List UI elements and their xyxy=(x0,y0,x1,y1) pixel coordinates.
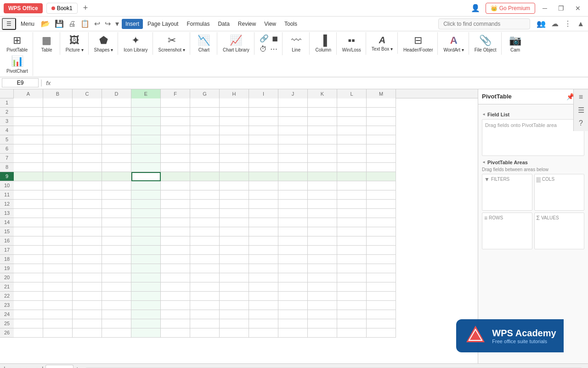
menu-insert[interactable]: Insert xyxy=(122,19,143,29)
cell-A8[interactable] xyxy=(14,163,43,172)
sheet-nav-next[interactable]: ► xyxy=(23,366,34,368)
cell-A5[interactable] xyxy=(14,135,43,144)
cell-D17[interactable] xyxy=(102,246,131,255)
cell-D3[interactable] xyxy=(102,117,131,126)
cell-K1[interactable] xyxy=(308,98,337,108)
cell-F22[interactable] xyxy=(161,292,190,301)
cell-F7[interactable] xyxy=(161,154,190,163)
cell-B15[interactable] xyxy=(43,227,73,236)
cell-J7[interactable] xyxy=(278,154,308,163)
cell-F17[interactable] xyxy=(161,246,190,255)
cell-L4[interactable] xyxy=(337,126,367,135)
cell-B4[interactable] xyxy=(43,126,73,135)
cell-F26[interactable] xyxy=(161,328,190,338)
cell-I3[interactable] xyxy=(249,117,278,126)
cell-E26[interactable] xyxy=(131,328,161,338)
menu-pagelayout[interactable]: Page Layout xyxy=(144,19,182,29)
cell-C18[interactable] xyxy=(73,255,102,264)
cell-H18[interactable] xyxy=(220,255,249,264)
cell-G2[interactable] xyxy=(190,108,220,117)
cell-E17[interactable] xyxy=(131,246,161,255)
cell-J9[interactable] xyxy=(278,172,308,181)
cell-L13[interactable] xyxy=(337,209,367,218)
sheet-nav-first[interactable]: |◄ xyxy=(2,366,14,368)
cell-L21[interactable] xyxy=(337,282,367,292)
undo-button[interactable]: ↩ xyxy=(92,18,102,29)
cell-I20[interactable] xyxy=(249,273,278,282)
cell-F18[interactable] xyxy=(161,255,190,264)
cell-B10[interactable] xyxy=(43,181,73,190)
cloud-button[interactable]: ☁ xyxy=(549,18,560,29)
cell-B6[interactable] xyxy=(43,144,73,154)
cell-M21[interactable] xyxy=(367,282,396,292)
cell-K7[interactable] xyxy=(308,154,337,163)
cell-M6[interactable] xyxy=(367,144,396,154)
sidebar-help-button[interactable]: ? xyxy=(577,117,585,129)
cell-B9[interactable] xyxy=(43,172,73,181)
cell-M8[interactable] xyxy=(367,163,396,172)
grid-area[interactable] xyxy=(14,98,478,363)
cell-G9[interactable] xyxy=(190,172,220,181)
cell-E14[interactable] xyxy=(131,218,161,227)
cell-M17[interactable] xyxy=(367,246,396,255)
cell-G4[interactable] xyxy=(190,126,220,135)
cell-I2[interactable] xyxy=(249,108,278,117)
cell-J15[interactable] xyxy=(278,227,308,236)
cell-M7[interactable] xyxy=(367,154,396,163)
cell-J16[interactable] xyxy=(278,236,308,246)
table-button[interactable]: ▦ Table xyxy=(37,33,57,54)
cell-D5[interactable] xyxy=(102,135,131,144)
cell-D8[interactable] xyxy=(102,163,131,172)
cell-G22[interactable] xyxy=(190,292,220,301)
cell-A22[interactable] xyxy=(14,292,43,301)
cell-K11[interactable] xyxy=(308,190,337,200)
cell-H20[interactable] xyxy=(220,273,249,282)
cell-L18[interactable] xyxy=(337,255,367,264)
cell-C3[interactable] xyxy=(73,117,102,126)
cell-K2[interactable] xyxy=(308,108,337,117)
cell-B16[interactable] xyxy=(43,236,73,246)
cell-M2[interactable] xyxy=(367,108,396,117)
cell-K8[interactable] xyxy=(308,163,337,172)
cell-F14[interactable] xyxy=(161,218,190,227)
cell-L24[interactable] xyxy=(337,310,367,319)
cell-H7[interactable] xyxy=(220,154,249,163)
cell-A24[interactable] xyxy=(14,310,43,319)
winloss-button[interactable]: ▪▪ Win/Loss xyxy=(340,33,363,54)
cell-K16[interactable] xyxy=(308,236,337,246)
cell-B3[interactable] xyxy=(43,117,73,126)
cell-G7[interactable] xyxy=(190,154,220,163)
sparkline-button[interactable]: ⋯ xyxy=(269,44,279,54)
cell-M12[interactable] xyxy=(367,200,396,209)
picture-button[interactable]: 🖼 Picture ▾ xyxy=(64,33,85,54)
cell-A26[interactable] xyxy=(14,328,43,338)
cell-D25[interactable] xyxy=(102,319,131,328)
cell-J5[interactable] xyxy=(278,135,308,144)
cell-L19[interactable] xyxy=(337,264,367,273)
cell-L9[interactable] xyxy=(337,172,367,181)
cell-H11[interactable] xyxy=(220,190,249,200)
cell-E1[interactable] xyxy=(131,98,161,108)
cell-E16[interactable] xyxy=(131,236,161,246)
cell-A1[interactable] xyxy=(14,98,43,108)
cell-H2[interactable] xyxy=(220,108,249,117)
iconlibrary-button[interactable]: ✦ Icon Library xyxy=(122,33,149,54)
new-tab-button[interactable]: + xyxy=(81,3,90,13)
cell-M14[interactable] xyxy=(367,218,396,227)
cell-G19[interactable] xyxy=(190,264,220,273)
cell-H17[interactable] xyxy=(220,246,249,255)
cell-F3[interactable] xyxy=(161,117,190,126)
cell-F6[interactable] xyxy=(161,144,190,154)
cell-I5[interactable] xyxy=(249,135,278,144)
cell-M3[interactable] xyxy=(367,117,396,126)
menu-formulas[interactable]: Formulas xyxy=(183,19,213,29)
cell-F8[interactable] xyxy=(161,163,190,172)
cell-D22[interactable] xyxy=(102,292,131,301)
profile-button[interactable]: 👤 xyxy=(469,3,482,13)
menu-label[interactable]: Menu xyxy=(17,19,38,29)
cell-K22[interactable] xyxy=(308,292,337,301)
cell-E22[interactable] xyxy=(131,292,161,301)
cell-I9[interactable] xyxy=(249,172,278,181)
cell-D21[interactable] xyxy=(102,282,131,292)
cell-E2[interactable] xyxy=(131,108,161,117)
